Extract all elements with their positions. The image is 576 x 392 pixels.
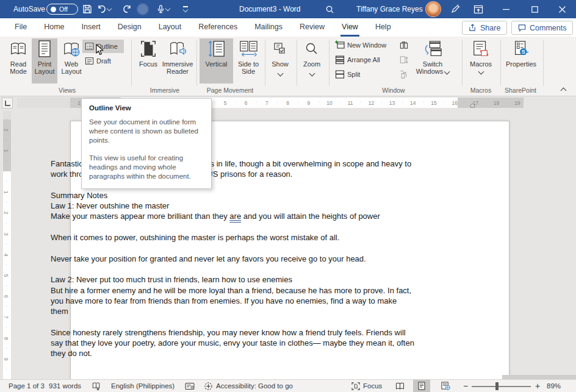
page-indicator[interactable]: Page 1 of 3 xyxy=(9,380,45,392)
sync-scrolling-icon xyxy=(399,55,409,65)
document-line[interactable]: them xyxy=(51,306,390,316)
document-line[interactable]: But hire a former enemy and he will be m… xyxy=(51,285,390,296)
ruler-mark: 15 xyxy=(431,100,436,106)
tab-insert[interactable]: Insert xyxy=(73,18,109,37)
vertical-ruler[interactable]: 12123456789············· xyxy=(3,111,11,379)
ribbon-tab-row: FileHomeInsertDesignLayoutReferencesMail… xyxy=(0,18,576,37)
grammar-marked-word[interactable]: are xyxy=(229,212,241,221)
zoom-in-button[interactable]: + xyxy=(533,380,542,392)
word-count[interactable]: 931 words xyxy=(49,380,81,392)
tab-home[interactable]: Home xyxy=(35,18,73,37)
view-side-by-side-button[interactable] xyxy=(397,38,414,52)
tab-help[interactable]: Help xyxy=(367,18,400,37)
user-name[interactable]: Tiffany Grace Reyes xyxy=(356,0,423,18)
save-button[interactable] xyxy=(80,2,95,16)
minimize-button[interactable] xyxy=(492,0,520,18)
zoom-button[interactable]: Zoom xyxy=(298,38,325,76)
document-line[interactable] xyxy=(51,243,390,253)
scrollbar-corner[interactable] xyxy=(502,375,576,379)
web-layout-view-button[interactable] xyxy=(437,380,453,392)
document-line[interactable]: When it comes to power, outshining the m… xyxy=(51,232,390,243)
tab-references[interactable]: References xyxy=(190,18,246,37)
proofing-errors-button[interactable] xyxy=(92,380,101,392)
ink-editor-button[interactable] xyxy=(448,2,463,16)
read-mode-view-button[interactable] xyxy=(392,380,407,392)
document-line[interactable]: Never take your position for granted and… xyxy=(51,254,390,264)
close-button[interactable] xyxy=(548,0,576,18)
document-line[interactable]: Since honesty rarely strengthens friends… xyxy=(51,327,390,338)
reset-window-position-button[interactable] xyxy=(397,68,414,81)
maximize-button[interactable] xyxy=(520,0,549,18)
tab-view[interactable]: View xyxy=(333,18,367,37)
ribbon-display-options-button[interactable] xyxy=(471,2,486,16)
document-line[interactable]: Law 2: Never put too much trust in frien… xyxy=(51,274,390,285)
web-layout-view-icon xyxy=(441,382,450,390)
macros-button[interactable]: Macros xyxy=(466,38,496,74)
properties-button[interactable]: S Properties xyxy=(504,38,538,68)
macros-icon xyxy=(472,38,490,59)
document-line[interactable]: say that they love your poetry, adore yo… xyxy=(51,338,390,348)
ruler-mark: 14 xyxy=(410,100,416,106)
draft-button[interactable]: Draft xyxy=(82,54,124,68)
document-line[interactable]: you have more to fear from friends than … xyxy=(51,296,390,306)
collapse-ribbon-button[interactable] xyxy=(561,88,567,94)
accessibility-checker[interactable]: Accessibility: Good to go xyxy=(204,380,293,392)
document-line[interactable]: they do not. xyxy=(51,348,390,358)
share-button[interactable]: Share xyxy=(462,21,507,35)
switch-windows-button[interactable]: Switch Windows xyxy=(412,38,453,75)
show-button[interactable]: Show xyxy=(267,38,293,76)
print-layout-button[interactable]: Print Layout xyxy=(32,38,57,84)
text-predictions-button[interactable] xyxy=(185,380,195,392)
tab-mailings[interactable]: Mailings xyxy=(246,18,291,37)
ruler-mark: · xyxy=(5,116,7,122)
immersive-reader-button[interactable]: Immersive Reader xyxy=(160,38,195,75)
zoom-icon xyxy=(304,38,319,59)
side-to-side-button[interactable]: Side to Side xyxy=(234,38,262,75)
split-button[interactable]: Split xyxy=(333,68,362,81)
tab-stop-selector[interactable] xyxy=(2,98,13,109)
language-indicator[interactable]: English (Philippines) xyxy=(111,380,175,392)
undo-dropdown-icon[interactable] xyxy=(107,5,112,10)
quick-access-more-button[interactable] xyxy=(178,2,193,16)
zoom-percentage[interactable]: 89% xyxy=(547,380,561,392)
document-line[interactable]: Law 1: Never outshine the master xyxy=(51,201,390,211)
vertical-button[interactable]: Vertical xyxy=(200,38,233,84)
dictate-dropdown-icon[interactable] xyxy=(165,5,170,10)
tab-review[interactable]: Review xyxy=(291,18,333,37)
search-icon xyxy=(325,5,334,14)
tab-design[interactable]: Design xyxy=(109,18,150,37)
dictate-button[interactable] xyxy=(153,2,173,16)
recording-indicator[interactable] xyxy=(135,2,150,16)
tab-file[interactable]: File xyxy=(6,18,35,37)
web-layout-button[interactable]: Web Layout xyxy=(58,38,85,75)
print-layout-label: Print Layout xyxy=(32,60,57,75)
ruler-mark: · xyxy=(423,99,425,105)
document-line[interactable]: Make your masters appear more brilliant … xyxy=(51,211,390,221)
document-line[interactable] xyxy=(51,316,390,327)
print-layout-view-button[interactable] xyxy=(413,380,430,392)
read-mode-icon xyxy=(9,38,27,59)
tooltip-body: See your document in outline form where … xyxy=(89,118,204,145)
group-divider xyxy=(196,40,197,86)
search-button[interactable] xyxy=(322,2,337,16)
zoom-slider-track[interactable] xyxy=(472,386,531,387)
document-line[interactable]: Summary Notes xyxy=(51,190,390,201)
focus-mode-button[interactable]: Focus xyxy=(351,380,382,392)
autosave-toggle[interactable]: Off xyxy=(46,4,78,15)
read-mode-button[interactable]: Read Mode xyxy=(5,38,31,75)
autosave-label: AutoSave xyxy=(13,0,45,18)
redo-button[interactable] xyxy=(120,2,134,16)
zoom-out-button[interactable]: − xyxy=(461,380,470,392)
arrange-all-button[interactable]: Arrange All xyxy=(333,53,383,66)
undo-button[interactable] xyxy=(95,2,113,16)
new-window-button[interactable]: New Window xyxy=(333,38,389,52)
document-line[interactable] xyxy=(51,222,390,232)
document-line[interactable] xyxy=(51,264,390,274)
synchronous-scrolling-button[interactable] xyxy=(397,53,414,66)
tab-layout[interactable]: Layout xyxy=(150,18,190,37)
group-divider xyxy=(543,40,544,86)
avatar[interactable] xyxy=(425,1,441,17)
comments-button[interactable]: Comments xyxy=(511,21,573,35)
zoom-slider-thumb[interactable] xyxy=(495,382,499,390)
focus-button[interactable]: Focus xyxy=(135,38,161,68)
